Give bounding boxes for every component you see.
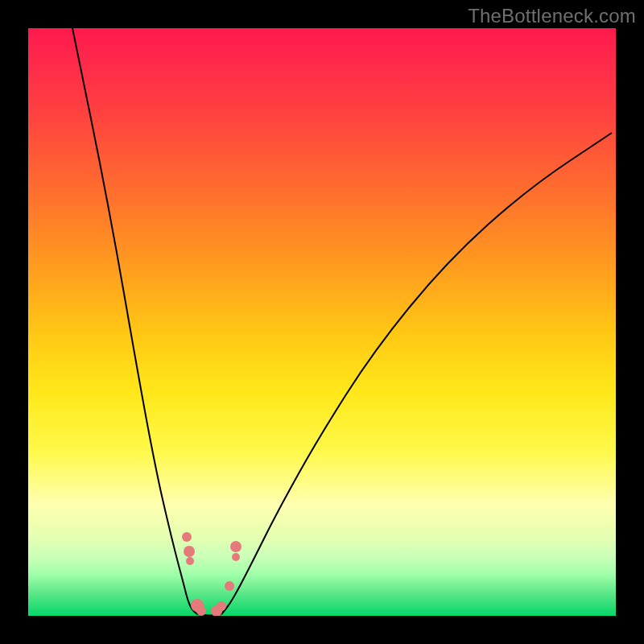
chart-frame: TheBottleneck.com [0, 0, 644, 644]
data-point [225, 581, 234, 591]
curve-layer [28, 28, 616, 616]
data-points [182, 532, 242, 616]
data-point [217, 601, 226, 611]
data-point [186, 557, 194, 565]
data-point [196, 606, 206, 616]
watermark-text: TheBottleneck.com [468, 5, 636, 27]
right-curve [221, 133, 612, 614]
data-point [232, 553, 240, 561]
plot-area [28, 28, 616, 616]
left-curve [72, 28, 197, 614]
data-point [182, 532, 192, 542]
data-point [184, 546, 195, 557]
data-point [230, 541, 242, 552]
